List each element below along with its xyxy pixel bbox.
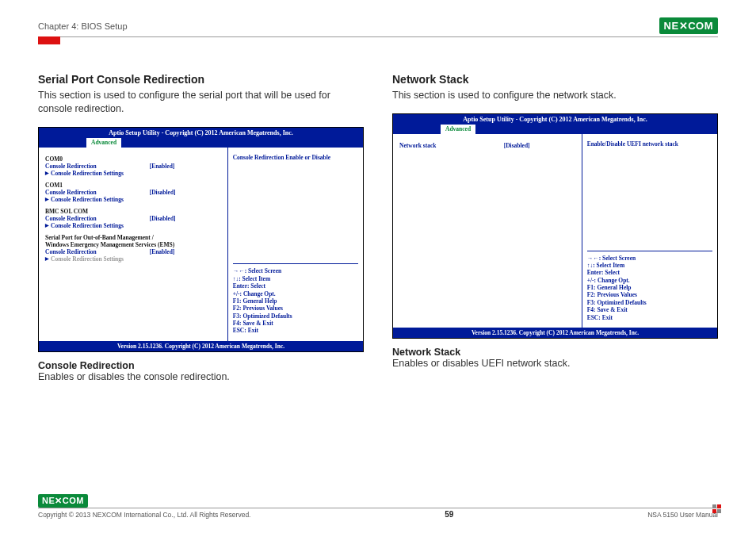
bmc-cr-label[interactable]: Console Redirection: [45, 215, 150, 222]
bios-footer: Version 2.15.1236. Copyright (C) 2012 Am…: [39, 341, 363, 351]
right-column: Network Stack This section is used to co…: [392, 73, 718, 382]
footer-rule: [38, 508, 718, 508]
key-9r: ESC: Exit: [587, 314, 712, 321]
bmc-cr-val[interactable]: [Disabled]: [150, 215, 221, 222]
section-desc-network: This section is used to configure the ne…: [392, 89, 718, 102]
netstack-label[interactable]: Network stack: [399, 142, 504, 149]
bios-title-r: Aptio Setup Utility - Copyright (C) 2012…: [393, 114, 717, 125]
key-6r: F2: Previous Values: [587, 291, 712, 298]
section-title-serial: Serial Port Console Redirection: [38, 73, 364, 86]
netstack-val[interactable]: [Disabled]: [504, 142, 575, 149]
chapter-label: Chapter 4: BIOS Setup: [38, 21, 128, 31]
com1-settings[interactable]: Console Redirection Settings: [45, 196, 221, 203]
key-3: Enter: Select: [233, 282, 358, 290]
page-footer: NE✕COM Copyright © 2013 NEXCOM Internati…: [38, 493, 718, 519]
group-oob-l2: Windows Emergency Management Services (E…: [45, 241, 221, 248]
key-7: F3: Optimized Defaults: [233, 313, 358, 320]
section-title-network: Network Stack: [392, 73, 718, 86]
group-oob-l1: Serial Port for Out-of-Band Management /: [45, 234, 221, 241]
sub-desc-cr: Enables or disables the console redirect…: [38, 371, 364, 382]
copyright: Copyright © 2013 NEXCOM International Co…: [38, 511, 250, 519]
key-1r: →←: Select Screen: [587, 255, 712, 262]
header-rule: [38, 36, 718, 37]
brand-logo-footer: NE✕COM: [38, 494, 88, 508]
bios-left-pane: COM0 Console Redirection[Enabled] Consol…: [39, 148, 228, 341]
key-5r: F1: General Help: [587, 284, 712, 291]
tab-advanced[interactable]: Advanced: [86, 138, 121, 148]
doc-name: NSA 5150 User Manual: [647, 511, 718, 519]
key-4r: +/-: Change Opt.: [587, 277, 712, 284]
bios-help-text: Console Redirection Enable or Disable: [233, 154, 358, 261]
group-com0: COM0: [45, 155, 221, 163]
bios-tabs-r: Advanced: [393, 125, 717, 134]
key-8r: F4: Save & Exit: [587, 306, 712, 313]
group-com1: COM1: [45, 182, 221, 189]
bios-title: Aptio Setup Utility - Copyright (C) 2012…: [39, 128, 363, 138]
oob-cr-val[interactable]: [Enabled]: [150, 248, 221, 255]
left-column: Serial Port Console Redirection This sec…: [38, 73, 364, 382]
key-5: F1: General Help: [233, 297, 358, 305]
bmc-settings[interactable]: Console Redirection Settings: [45, 222, 221, 229]
bios-left-pane-r: Network stack [Disabled]: [393, 134, 582, 328]
com0-settings[interactable]: Console Redirection Settings: [45, 170, 221, 177]
section-desc-serial: This section is used to configure the se…: [38, 89, 364, 116]
sub-title-ns: Network Stack: [392, 347, 718, 358]
com0-cr-val[interactable]: [Enabled]: [150, 163, 221, 170]
group-bmc: BMC SOL COM: [45, 208, 221, 215]
bios-keys-r: →←: Select Screen ↑↓: Select Item Enter:…: [587, 251, 712, 321]
page-number: 59: [445, 510, 453, 519]
com1-cr-label[interactable]: Console Redirection: [45, 189, 150, 196]
bios-panel-network: Aptio Setup Utility - Copyright (C) 2012…: [392, 113, 718, 339]
tab-advanced-r[interactable]: Advanced: [441, 125, 475, 134]
bios-footer-r: Version 2.15.1236. Copyright (C) 2012 Am…: [393, 328, 717, 338]
bios-keys: →←: Select Screen ↑↓: Select Item Enter:…: [233, 263, 358, 334]
key-8: F4: Save & Exit: [233, 320, 358, 327]
key-2: ↑↓: Select Item: [233, 275, 358, 282]
key-7r: F3: Optimized Defaults: [587, 299, 712, 306]
key-2r: ↑↓: Select Item: [587, 262, 712, 269]
sub-title-cr: Console Redirection: [38, 360, 364, 371]
bios-tabs: Advanced: [39, 138, 363, 148]
oob-cr-label[interactable]: Console Redirection: [45, 248, 150, 255]
bios-help-text-r: Enable/Disable UEFI network stack: [587, 140, 712, 247]
footer-squares-icon: [712, 504, 721, 513]
sub-desc-ns: Enables or disables UEFI network stack.: [392, 358, 718, 369]
red-tab: [38, 36, 60, 44]
key-3r: Enter: Select: [587, 269, 712, 276]
oob-settings: Console Redirection Settings: [45, 255, 221, 263]
com0-cr-label[interactable]: Console Redirection: [45, 163, 150, 170]
brand-logo: NE✕COM: [659, 17, 718, 34]
key-4: +/-: Change Opt.: [233, 290, 358, 297]
bios-panel-serial: Aptio Setup Utility - Copyright (C) 2012…: [38, 127, 364, 352]
key-1: →←: Select Screen: [233, 267, 358, 274]
com1-cr-val[interactable]: [Disabled]: [150, 189, 221, 196]
key-6: F2: Previous Values: [233, 305, 358, 312]
key-9: ESC: Exit: [233, 327, 358, 334]
